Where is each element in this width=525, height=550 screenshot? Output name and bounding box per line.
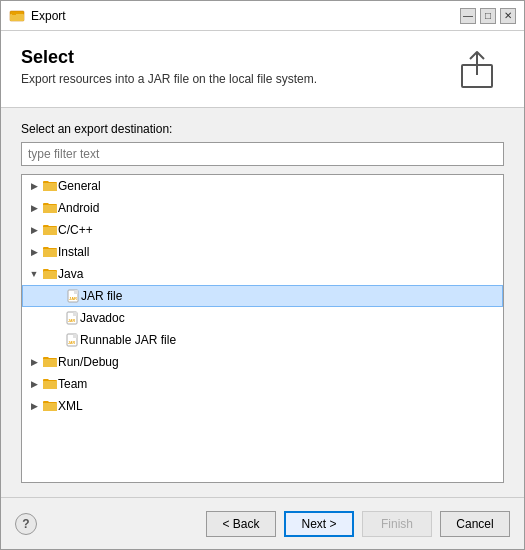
chevron-cpp	[28, 224, 40, 236]
footer-right: < Back Next > Finish Cancel	[206, 511, 510, 537]
footer-left: ?	[15, 513, 37, 535]
chevron-runnable	[50, 334, 62, 346]
folder-icon-team	[42, 376, 58, 392]
tree-item-javadoc[interactable]: JAR Javadoc	[22, 307, 503, 329]
close-button[interactable]: ✕	[500, 8, 516, 24]
tree-item-runnable-jar[interactable]: JAR Runnable JAR file	[22, 329, 503, 351]
filter-input[interactable]	[21, 142, 504, 166]
tree-item-xml[interactable]: XML	[22, 395, 503, 417]
chevron-java	[28, 268, 40, 280]
tree-item-android[interactable]: Android	[22, 197, 503, 219]
tree-item-general[interactable]: General	[22, 175, 503, 197]
tree-item-cpp[interactable]: C/C++	[22, 219, 503, 241]
svg-rect-2	[12, 13, 16, 15]
help-button[interactable]: ?	[15, 513, 37, 535]
chevron-javadoc	[50, 312, 62, 324]
folder-icon-general	[42, 178, 58, 194]
tree-label-install: Install	[58, 245, 89, 259]
tree-label-runnable-jar: Runnable JAR file	[80, 333, 176, 347]
tree-label-rundebug: Run/Debug	[58, 355, 119, 369]
tree-label-xml: XML	[58, 399, 83, 413]
minimize-button[interactable]: —	[460, 8, 476, 24]
window-icon	[9, 8, 25, 24]
file-icon-jar: JAR	[65, 288, 81, 304]
tree-container[interactable]: General Android	[21, 174, 504, 483]
chevron-android	[28, 202, 40, 214]
file-icon-javadoc: JAR	[64, 310, 80, 326]
section-label: Select an export destination:	[21, 122, 504, 136]
folder-icon-xml	[42, 398, 58, 414]
svg-text:JAR: JAR	[68, 341, 75, 345]
tree-label-java: Java	[58, 267, 83, 281]
dialog-header: Select Export resources into a JAR file …	[1, 31, 524, 108]
dialog-footer: ? < Back Next > Finish Cancel	[1, 497, 524, 549]
chevron-team	[28, 378, 40, 390]
svg-text:JAR: JAR	[68, 319, 75, 323]
cancel-button[interactable]: Cancel	[440, 511, 510, 537]
tree-label-android: Android	[58, 201, 99, 215]
chevron-rundebug	[28, 356, 40, 368]
dialog-title: Select	[21, 47, 317, 68]
window-controls: — □ ✕	[460, 8, 516, 24]
export-dialog: Export — □ ✕ Select Export resources int…	[0, 0, 525, 550]
dialog-body: Select an export destination: General	[1, 108, 524, 497]
svg-rect-1	[10, 14, 24, 21]
tree-label-general: General	[58, 179, 101, 193]
svg-rect-6	[74, 290, 78, 294]
tree-item-jar-file[interactable]: JAR JAR file	[22, 285, 503, 307]
chevron-install	[28, 246, 40, 258]
folder-icon-android	[42, 200, 58, 216]
folder-icon-java-open	[42, 266, 58, 282]
tree-item-java[interactable]: Java	[22, 263, 503, 285]
tree-item-rundebug[interactable]: Run/Debug	[22, 351, 503, 373]
tree-label-team: Team	[58, 377, 87, 391]
export-icon	[456, 47, 504, 95]
tree-label-jar: JAR file	[81, 289, 122, 303]
back-button[interactable]: < Back	[206, 511, 276, 537]
tree-label-javadoc: Javadoc	[80, 311, 125, 325]
tree-label-cpp: C/C++	[58, 223, 93, 237]
chevron-jar	[51, 290, 63, 302]
tree-item-team[interactable]: Team	[22, 373, 503, 395]
title-bar: Export — □ ✕	[1, 1, 524, 31]
chevron-xml	[28, 400, 40, 412]
folder-icon-install	[42, 244, 58, 260]
dialog-description: Export resources into a JAR file on the …	[21, 72, 317, 86]
file-icon-runnable-jar: JAR	[64, 332, 80, 348]
window-title: Export	[31, 9, 460, 23]
finish-button[interactable]: Finish	[362, 511, 432, 537]
svg-rect-9	[73, 312, 77, 316]
folder-icon-rundebug	[42, 354, 58, 370]
chevron-general	[28, 180, 40, 192]
svg-rect-12	[73, 334, 77, 338]
maximize-button[interactable]: □	[480, 8, 496, 24]
svg-text:JAR: JAR	[69, 296, 77, 301]
header-text: Select Export resources into a JAR file …	[21, 47, 317, 86]
folder-icon-cpp	[42, 222, 58, 238]
dialog-content: Select Export resources into a JAR file …	[1, 31, 524, 497]
tree-item-install[interactable]: Install	[22, 241, 503, 263]
next-button[interactable]: Next >	[284, 511, 354, 537]
